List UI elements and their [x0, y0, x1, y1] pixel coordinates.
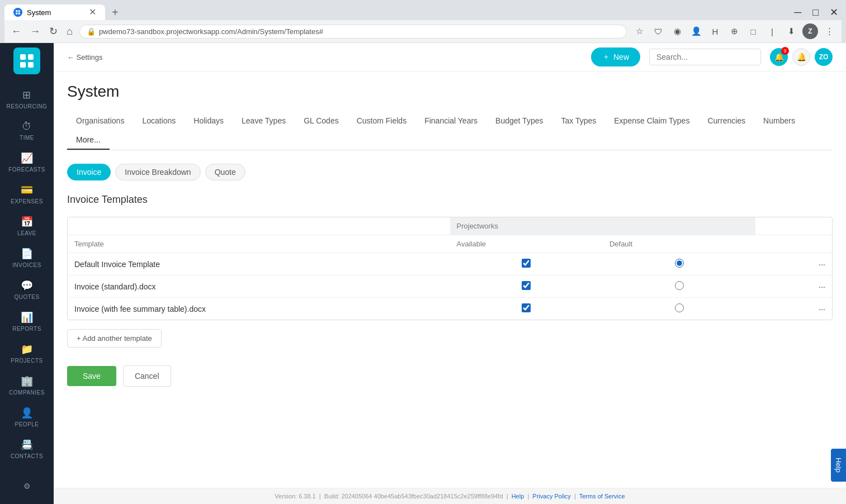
profile-avatar[interactable]: Z — [802, 23, 818, 39]
available-cell-0[interactable] — [450, 253, 603, 275]
save-button[interactable]: Save — [67, 366, 116, 386]
default-cell-2[interactable] — [603, 298, 755, 320]
tab-tax-types[interactable]: Tax Types — [552, 112, 605, 131]
sidebar-item-label: REPORTS — [12, 326, 41, 332]
menu-icon[interactable]: ⋮ — [821, 23, 837, 39]
back-button[interactable]: ← — [9, 25, 23, 39]
tab-locations[interactable]: Locations — [133, 112, 185, 131]
ext-icon-6[interactable]: □ — [745, 23, 761, 39]
bookmark-icon[interactable]: ☆ — [631, 23, 647, 39]
sidebar-item-companies[interactable]: 🏢 COMPANIES — [0, 369, 54, 401]
tab-holidays[interactable]: Holidays — [185, 112, 233, 131]
row-actions-1[interactable]: ··· — [755, 275, 832, 298]
available-checkbox-0[interactable] — [522, 259, 531, 268]
app-logo[interactable] — [13, 47, 40, 74]
available-cell-2[interactable] — [450, 298, 603, 320]
sidebar-item-label: QUOTES — [14, 294, 39, 300]
reload-button[interactable]: ↻ — [47, 24, 60, 39]
default-cell-1[interactable] — [603, 275, 755, 298]
alerts-button[interactable]: 🔔 — [792, 48, 810, 66]
minimize-button[interactable]: ─ — [791, 6, 805, 20]
th-projectworks: Projectworks — [450, 217, 756, 235]
sidebar-item-label: RESOURCING — [7, 103, 48, 110]
sidebar-item-contacts[interactable]: 📇 CONTACTS — [0, 433, 54, 465]
notification-button[interactable]: 🔔 9 — [770, 48, 788, 66]
sidebar-item-invoices[interactable]: 📄 INVOICES — [0, 242, 54, 274]
footer-privacy-link[interactable]: Privacy Policy — [532, 493, 570, 500]
sidebar-item-expenses[interactable]: 💳 EXPENSES — [0, 178, 54, 210]
template-tab-invoice-breakdown[interactable]: Invoice Breakdown — [115, 164, 200, 180]
th-default-label: Default — [603, 235, 755, 253]
tab-gl-codes[interactable]: GL Codes — [295, 112, 348, 131]
footer-version: Version: 6.38.1 — [275, 493, 315, 500]
ext-icon-2[interactable]: ◉ — [669, 23, 685, 39]
tab-expense-claim-types[interactable]: Expense Claim Types — [605, 112, 698, 131]
available-cell-1[interactable] — [450, 275, 603, 298]
default-cell-0[interactable] — [603, 253, 755, 275]
footer-terms-link[interactable]: Terms of Service — [579, 493, 625, 500]
svg-rect-0 — [16, 10, 17, 12]
forward-button[interactable]: → — [28, 25, 42, 39]
sidebar-item-time[interactable]: ⏱ TIME — [0, 115, 54, 146]
download-icon[interactable]: ⬇ — [783, 23, 799, 39]
expenses-icon: 💳 — [21, 184, 34, 196]
browser-tab[interactable]: System ✕ — [4, 4, 105, 20]
row-actions-0[interactable]: ··· — [755, 253, 832, 275]
sidebar-item-projects[interactable]: 📁 PROJECTS — [0, 337, 54, 369]
tab-leave-types[interactable]: Leave Types — [233, 112, 295, 131]
tab-custom-fields[interactable]: Custom Fields — [348, 112, 415, 131]
search-input[interactable] — [649, 49, 761, 65]
svg-rect-5 — [28, 54, 34, 60]
template-tab-quote[interactable]: Quote — [205, 164, 245, 180]
divider-icon: | — [764, 23, 780, 39]
new-tab-button[interactable]: + — [107, 6, 123, 19]
template-name-cell: Invoice (standard).docx — [68, 275, 450, 298]
sidebar-item-quotes[interactable]: 💬 QUOTES — [0, 274, 54, 306]
sidebar-item-resourcing[interactable]: ⊞ RESOURCING — [0, 83, 54, 115]
row-actions-2[interactable]: ··· — [755, 298, 832, 320]
tab-more[interactable]: More... — [67, 131, 110, 150]
template-tab-invoice[interactable]: Invoice — [67, 164, 111, 180]
sidebar-item-forecasts[interactable]: 📈 FORECASTS — [0, 146, 54, 178]
home-button[interactable]: ⌂ — [64, 25, 75, 39]
settings-icon[interactable]: ⚙ — [19, 477, 35, 495]
sidebar-item-reports[interactable]: 📊 REPORTS — [0, 306, 54, 337]
default-radio-1[interactable] — [675, 281, 684, 290]
table-row: Default Invoice Template ··· — [68, 253, 832, 275]
svg-rect-2 — [16, 13, 17, 15]
sidebar-item-leave[interactable]: 📅 LEAVE — [0, 210, 54, 242]
tab-organisations[interactable]: Organisations — [67, 112, 133, 131]
ext-icon-5[interactable]: ⊕ — [726, 23, 742, 39]
new-button[interactable]: ＋ New — [591, 47, 640, 66]
available-checkbox-1[interactable] — [522, 281, 531, 290]
tab-numbers[interactable]: Numbers — [754, 112, 804, 131]
tab-budget-types[interactable]: Budget Types — [486, 112, 552, 131]
tab-currencies[interactable]: Currencies — [698, 112, 754, 131]
tab-financial-years[interactable]: Financial Years — [415, 112, 486, 131]
header-icons: 🔔 9 🔔 ZO — [770, 48, 833, 66]
help-button[interactable]: Help — [831, 449, 846, 482]
tab-favicon — [13, 8, 22, 17]
cancel-button[interactable]: Cancel — [123, 365, 171, 387]
back-to-settings-link[interactable]: ← Settings — [67, 53, 103, 61]
tab-close-button[interactable]: ✕ — [89, 8, 96, 17]
default-radio-2[interactable] — [675, 303, 684, 312]
reports-icon: 📊 — [21, 311, 34, 324]
ext-icon-3[interactable]: 👤 — [688, 23, 704, 39]
close-button[interactable]: ✕ — [826, 5, 842, 20]
th-actions — [755, 217, 832, 235]
footer-help-link[interactable]: Help — [512, 493, 524, 500]
available-checkbox-2[interactable] — [522, 303, 531, 312]
maximize-button[interactable]: □ — [809, 6, 822, 20]
sidebar-item-label: CONTACTS — [11, 453, 43, 459]
sidebar-item-people[interactable]: 👤 PEOPLE — [0, 401, 54, 433]
nav-tabs: Organisations Locations Holidays Leave T… — [67, 112, 833, 150]
address-bar[interactable]: 🔒 pwdemo73-sandbox.projectworksapp.com/A… — [79, 25, 627, 39]
ext-icon-4[interactable]: H — [707, 23, 723, 39]
sidebar-item-label: INVOICES — [12, 262, 41, 268]
ext-icon-1[interactable]: 🛡 — [650, 23, 666, 39]
default-radio-0[interactable] — [675, 259, 684, 268]
action-buttons: Save Cancel — [67, 365, 833, 387]
user-avatar[interactable]: ZO — [815, 48, 833, 66]
add-template-button[interactable]: + Add another template — [67, 329, 162, 348]
